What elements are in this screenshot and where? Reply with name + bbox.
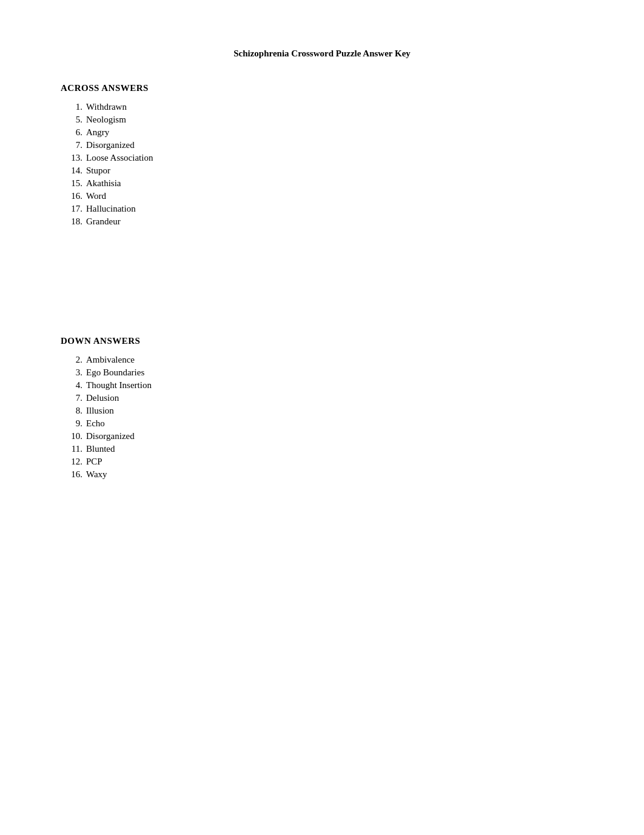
- list-item: 11.Blunted: [61, 444, 583, 454]
- list-item: 17.Hallucination: [61, 204, 583, 214]
- item-number: 11.: [61, 444, 82, 454]
- list-item: 18.Grandeur: [61, 216, 583, 227]
- list-item: 15.Akathisia: [61, 178, 583, 189]
- spacer: [61, 263, 583, 336]
- item-number: 8.: [61, 406, 82, 416]
- list-item: 8.Illusion: [61, 406, 583, 416]
- item-answer: Ambivalence: [86, 355, 135, 365]
- item-number: 3.: [61, 367, 82, 378]
- item-answer: Disorganized: [86, 431, 135, 441]
- item-answer: Word: [86, 191, 106, 201]
- list-item: 14.Stupor: [61, 166, 583, 176]
- across-answers-list: 1.Withdrawn5.Neologism6.Angry7.Disorgani…: [61, 102, 583, 227]
- item-number: 15.: [61, 178, 82, 189]
- list-item: 7.Delusion: [61, 393, 583, 403]
- list-item: 10.Disorganized: [61, 431, 583, 441]
- item-answer: Thought Insertion: [86, 380, 152, 391]
- item-number: 17.: [61, 204, 82, 214]
- item-number: 6.: [61, 127, 82, 138]
- item-answer: Delusion: [86, 393, 119, 403]
- list-item: 3.Ego Boundaries: [61, 367, 583, 378]
- list-item: 6.Angry: [61, 127, 583, 138]
- list-item: 4.Thought Insertion: [61, 380, 583, 391]
- item-number: 10.: [61, 431, 82, 441]
- item-answer: Neologism: [86, 115, 126, 125]
- item-answer: Withdrawn: [86, 102, 127, 112]
- item-answer: Stupor: [86, 166, 110, 176]
- item-answer: Blunted: [86, 444, 115, 454]
- down-answers-list: 2.Ambivalence3.Ego Boundaries4.Thought I…: [61, 355, 583, 480]
- item-number: 5.: [61, 115, 82, 125]
- item-number: 7.: [61, 393, 82, 403]
- item-number: 4.: [61, 380, 82, 391]
- list-item: 5.Neologism: [61, 115, 583, 125]
- item-number: 9.: [61, 418, 82, 429]
- item-number: 1.: [61, 102, 82, 112]
- item-number: 18.: [61, 216, 82, 227]
- item-answer: Loose Association: [86, 153, 153, 163]
- item-answer: Illusion: [86, 406, 114, 416]
- item-answer: Angry: [86, 127, 109, 138]
- list-item: 7.Disorganized: [61, 140, 583, 150]
- down-heading: DOWN ANSWERS: [61, 336, 583, 346]
- item-answer: Akathisia: [86, 178, 121, 189]
- item-number: 13.: [61, 153, 82, 163]
- item-number: 16.: [61, 469, 82, 480]
- item-number: 16.: [61, 191, 82, 201]
- list-item: 16.Word: [61, 191, 583, 201]
- list-item: 2.Ambivalence: [61, 355, 583, 365]
- item-answer: Echo: [86, 418, 105, 429]
- item-answer: Hallucination: [86, 204, 136, 214]
- item-number: 2.: [61, 355, 82, 365]
- list-item: 16.Waxy: [61, 469, 583, 480]
- across-heading: ACROSS ANSWERS: [61, 83, 583, 93]
- list-item: 9.Echo: [61, 418, 583, 429]
- list-item: 1.Withdrawn: [61, 102, 583, 112]
- item-number: 14.: [61, 166, 82, 176]
- item-answer: Disorganized: [86, 140, 135, 150]
- item-answer: Ego Boundaries: [86, 367, 144, 378]
- item-number: 7.: [61, 140, 82, 150]
- list-item: 13.Loose Association: [61, 153, 583, 163]
- item-answer: Waxy: [86, 469, 107, 480]
- item-answer: PCP: [86, 457, 102, 467]
- item-answer: Grandeur: [86, 216, 121, 227]
- page-title: Schizophrenia Crossword Puzzle Answer Ke…: [61, 49, 583, 59]
- list-item: 12.PCP: [61, 457, 583, 467]
- item-number: 12.: [61, 457, 82, 467]
